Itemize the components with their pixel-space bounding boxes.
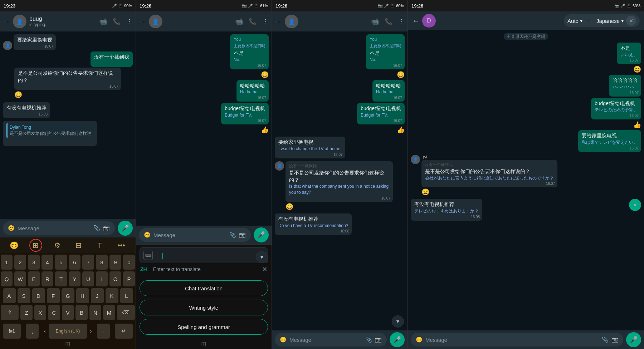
kb-key-p[interactable]: P xyxy=(123,271,135,286)
back-icon-4[interactable]: ← xyxy=(412,17,419,25)
kb-key-k[interactable]: K xyxy=(106,288,118,303)
back-icon-3[interactable]: ← xyxy=(275,18,282,26)
kb-row-zxcv: ⇧ Z X C V B N M ⌫ xyxy=(1,305,135,320)
gesture-bar: ⊞ xyxy=(0,339,136,349)
emoji-icon-2[interactable]: 😊 xyxy=(144,232,151,238)
grid-tool-icon[interactable]: ⊟ xyxy=(72,239,85,252)
message-input-3[interactable]: 😊 Message 📎 📷 xyxy=(275,333,387,346)
writing-style-btn[interactable]: Writing style xyxy=(140,300,268,315)
phone-icon-3[interactable]: 📞 xyxy=(385,18,392,25)
scroll-down-4[interactable]: ▼ xyxy=(629,199,641,211)
ai-input-area: ⌨ | ZH Enter text to translate ✕ xyxy=(136,244,272,276)
kb-key-o[interactable]: O xyxy=(109,271,121,286)
back-icon-2[interactable]: ← xyxy=(139,18,146,26)
back-icon-1[interactable]: ← xyxy=(3,18,10,26)
kb-key-r[interactable]: R xyxy=(42,271,53,286)
kb-key-x[interactable]: X xyxy=(34,305,47,320)
more-icon-1[interactable]: ⋮ xyxy=(126,18,133,25)
kb-key-9[interactable]: 9 xyxy=(109,255,121,270)
kb-key-g[interactable]: G xyxy=(62,288,74,303)
phone-icon-2[interactable]: 📞 xyxy=(249,18,257,25)
kb-key-4[interactable]: 4 xyxy=(42,255,53,270)
keyboard-icon: ⌨ xyxy=(143,251,153,260)
emoji-tool-icon[interactable]: 😊 xyxy=(8,239,21,252)
phone-icon-1[interactable]: 📞 xyxy=(113,18,121,25)
kb-key-num-sym[interactable]: !#1 xyxy=(3,324,21,339)
message-input-1[interactable]: 😊 Message 📎 📷 xyxy=(3,221,115,235)
kb-key-c[interactable]: C xyxy=(48,305,60,320)
msg-bubble-in: 要给家里换电视 16:07 xyxy=(14,34,56,50)
kb-left-icon[interactable]: ‹ xyxy=(44,328,45,334)
translation-close-btn[interactable]: ✕ xyxy=(626,16,636,26)
to-lang-btn[interactable]: Japanese ▾ xyxy=(596,18,624,24)
kb-key-q[interactable]: Q xyxy=(1,271,13,286)
kb-key-2[interactable]: 2 xyxy=(14,255,26,270)
video-icon-2[interactable]: 📹 xyxy=(235,18,243,25)
video-icon-3[interactable]: 📹 xyxy=(371,18,379,25)
more-icon-2[interactable]: ⋮ xyxy=(262,18,269,25)
kb-key-v[interactable]: V xyxy=(62,305,74,320)
text-tool-icon[interactable]: T xyxy=(93,239,106,252)
kb-key-period[interactable]: . xyxy=(97,324,110,339)
msg-bubble-4-group: 没有一个截到我 是不是公司发给你们的公告要求你们这样说的？ 会社があなたに言うよ… xyxy=(421,160,557,188)
message-input-4[interactable]: 😊 Message 📎 📷 xyxy=(411,333,623,346)
settings-tool-icon[interactable]: ⚙ xyxy=(51,239,64,252)
kb-key-shift[interactable]: ⇧ xyxy=(1,305,19,320)
more-icon-3[interactable]: ⋮ xyxy=(398,18,405,25)
camera-icon-2[interactable]: 📷 xyxy=(239,232,246,238)
kb-key-b[interactable]: B xyxy=(75,305,88,320)
kb-key-space[interactable]: English (UK) xyxy=(49,324,87,339)
more-tool-icon[interactable]: ••• xyxy=(115,239,128,252)
scroll-down-3[interactable]: ▼ xyxy=(392,315,404,328)
emoji-icon-1[interactable]: 😊 xyxy=(8,225,15,231)
mic-button-4[interactable]: 🎤 xyxy=(626,332,641,347)
kb-key-comma[interactable]: , xyxy=(26,324,39,339)
kb-key-a[interactable]: A xyxy=(3,288,16,303)
from-lang-btn[interactable]: Auto ▾ xyxy=(567,18,583,24)
kb-right-icon[interactable]: › xyxy=(90,328,92,334)
avatar-4: D xyxy=(422,14,436,28)
kb-key-w[interactable]: W xyxy=(14,271,26,286)
kb-key-6[interactable]: 6 xyxy=(69,255,80,270)
attach-icon-1[interactable]: 📎 xyxy=(93,225,100,231)
kb-key-1[interactable]: 1 xyxy=(1,255,13,270)
video-icon-1[interactable]: 📹 xyxy=(99,18,107,25)
kb-key-enter[interactable]: ↵ xyxy=(115,324,133,339)
kb-key-n[interactable]: N xyxy=(89,305,102,320)
emoji-icon-3[interactable]: 😊 xyxy=(280,336,287,343)
spelling-grammar-btn[interactable]: Spelling and grammar xyxy=(140,319,268,335)
kb-key-h[interactable]: H xyxy=(76,288,89,303)
kb-key-z[interactable]: Z xyxy=(20,305,33,320)
kb-key-7[interactable]: 7 xyxy=(82,255,94,270)
kb-key-j[interactable]: J xyxy=(91,288,104,303)
clipboard-tool-icon[interactable]: ⊞ xyxy=(29,239,42,252)
attach-icon-2[interactable]: 📎 xyxy=(229,232,236,238)
mic-button-2[interactable]: 🎤 xyxy=(254,227,269,242)
kb-key-backspace[interactable]: ⌫ xyxy=(117,305,135,320)
kb-key-y[interactable]: Y xyxy=(69,271,80,286)
kb-key-i[interactable]: I xyxy=(96,271,108,286)
kb-key-e[interactable]: E xyxy=(28,271,40,286)
kb-key-5[interactable]: 5 xyxy=(55,255,67,270)
message-input-2[interactable]: 😊 Message 📎 📷 xyxy=(139,228,251,242)
mic-button-1[interactable]: 🎤 xyxy=(118,221,133,236)
kb-key-f[interactable]: F xyxy=(47,288,60,303)
attach-icon-3[interactable]: 📎 xyxy=(365,336,372,343)
kb-key-8[interactable]: 8 xyxy=(96,255,108,270)
kb-key-0[interactable]: 0 xyxy=(123,255,135,270)
mic-button-3[interactable]: 🎤 xyxy=(390,332,405,347)
kb-key-s[interactable]: S xyxy=(18,288,30,303)
close-translate-icon[interactable]: ✕ xyxy=(262,265,267,273)
kb-key-d[interactable]: D xyxy=(32,288,45,303)
kb-key-3[interactable]: 3 xyxy=(28,255,40,270)
camera-icon-1[interactable]: 📷 xyxy=(103,225,110,231)
kb-key-u[interactable]: U xyxy=(82,271,94,286)
attach-icon-4[interactable]: 📎 xyxy=(602,336,609,343)
emoji-icon-4[interactable]: 😊 xyxy=(416,336,423,343)
chat-translation-btn[interactable]: Chat translation xyxy=(140,280,268,296)
camera-icon-3[interactable]: 📷 xyxy=(375,336,382,343)
kb-key-l[interactable]: L xyxy=(120,288,133,303)
camera-icon-4[interactable]: 📷 xyxy=(611,336,618,343)
kb-key-t[interactable]: T xyxy=(55,271,67,286)
kb-key-m[interactable]: M xyxy=(103,305,115,320)
